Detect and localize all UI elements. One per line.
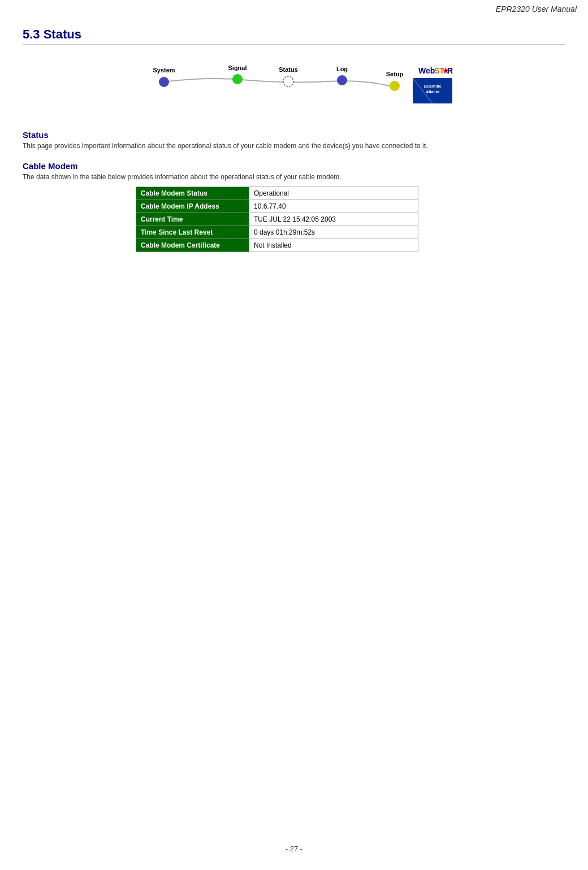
table-row: Cable Modem StatusOperational <box>136 187 418 200</box>
main-content: 5.3 Status System Signal Status <box>0 16 588 275</box>
svg-text:Atlanta: Atlanta <box>426 90 439 94</box>
svg-point-0 <box>159 77 169 87</box>
status-section: Status This page provides important info… <box>23 130 565 150</box>
table-row: Current TimeTUE JUL 22 15:42:05 2003 <box>136 213 418 226</box>
table-label-cell: Cable Modem Status <box>136 187 249 200</box>
status-description: This page provides important information… <box>23 142 565 150</box>
manual-title: EPR2320 User Manual <box>496 5 577 14</box>
status-heading: Status <box>23 130 565 140</box>
table-value-cell: Operational <box>249 187 418 200</box>
table-label-cell: Time Since Last Reset <box>136 226 249 239</box>
svg-text:Signal: Signal <box>228 64 247 71</box>
table-value-cell: TUE JUL 22 15:42:05 2003 <box>249 213 418 226</box>
svg-point-1 <box>232 74 243 84</box>
table-value-cell: 10.6.77.40 <box>249 200 418 213</box>
page-number: - 27 - <box>286 845 302 853</box>
table-row: Cable Modem IP Addess10.6.77.40 <box>136 200 418 213</box>
cable-modem-section: Cable Modem The data shown in the table … <box>23 161 565 252</box>
nav-bar: System Signal Status Log Setup Web ST ★ … <box>124 57 464 113</box>
svg-point-2 <box>283 76 293 86</box>
svg-text:Log: Log <box>336 66 348 72</box>
svg-point-4 <box>390 81 400 91</box>
nav-curve-svg: System Signal Status Log Setup Web ST ★ … <box>124 57 464 113</box>
table-label-cell: Cable Modem IP Addess <box>136 200 249 213</box>
cable-modem-description: The data shown in the table below provid… <box>23 173 565 181</box>
svg-text:System: System <box>153 67 175 73</box>
status-table: Cable Modem StatusOperationalCable Modem… <box>136 187 418 252</box>
table-label-cell: Current Time <box>136 213 249 226</box>
svg-text:Setup: Setup <box>386 71 404 77</box>
svg-text:Scientific: Scientific <box>423 84 441 88</box>
section-title: 5.3 Status <box>23 27 565 45</box>
svg-text:R: R <box>447 66 453 75</box>
table-row: Time Since Last Reset0 days 01h:29m:52s <box>136 226 418 239</box>
table-value-cell: 0 days 01h:29m:52s <box>249 226 418 239</box>
table-row: Cable Modem CertificateNot Installed <box>136 239 418 252</box>
cable-modem-heading: Cable Modem <box>23 161 565 171</box>
svg-text:Status: Status <box>279 66 298 73</box>
table-label-cell: Cable Modem Certificate <box>136 239 249 252</box>
table-value-cell: Not Installed <box>249 239 418 252</box>
nav-graphic: System Signal Status Log Setup Web ST ★ … <box>23 57 565 113</box>
page-footer: - 27 - <box>0 845 588 853</box>
page-header: EPR2320 User Manual <box>0 0 588 16</box>
svg-point-3 <box>337 75 347 85</box>
svg-text:Web: Web <box>418 66 435 75</box>
